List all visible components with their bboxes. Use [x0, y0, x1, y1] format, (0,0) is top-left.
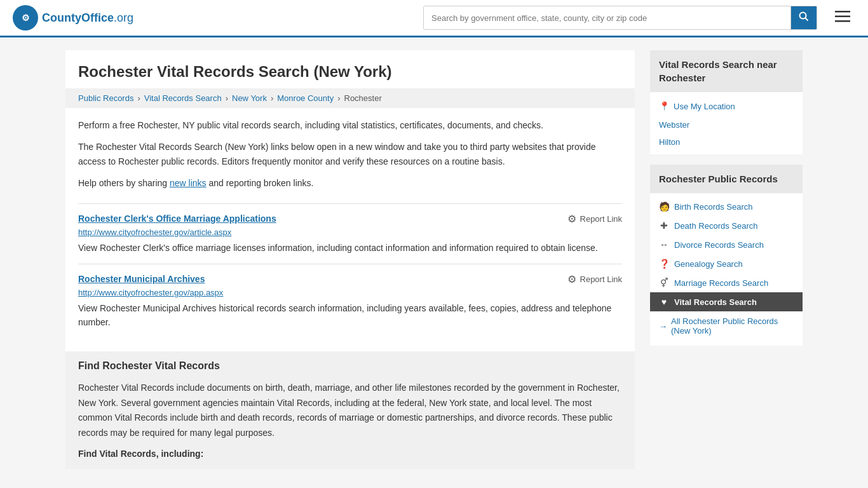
- sidebar-public-records-header: Rochester Public Records: [650, 165, 803, 193]
- record-card-0: Rochester Clerk's Office Marriage Applic…: [78, 203, 622, 264]
- sidebar-nearby-section: Vital Records Search near Rochester 📍 Us…: [650, 50, 803, 154]
- report-link-1[interactable]: ⚙ Report Link: [567, 273, 622, 285]
- sidebar-item-genealogy[interactable]: ❓ Genealogy Search: [650, 254, 803, 273]
- find-section: Find Rochester Vital Records Rochester V…: [65, 351, 635, 469]
- header: ⚙ CountyOffice.org: [0, 0, 868, 37]
- logo-icon: ⚙: [13, 5, 38, 30]
- sidebar-public-records-section: Rochester Public Records 🧑 Birth Records…: [650, 165, 803, 346]
- help-paragraph: Help others by sharing new links and rep…: [78, 176, 622, 190]
- find-section-title: Find Rochester Vital Records: [78, 360, 622, 372]
- new-links-link[interactable]: new links: [170, 178, 207, 188]
- sidebar-nearby-webster[interactable]: Webster: [650, 116, 803, 133]
- svg-rect-5: [835, 16, 850, 18]
- heart-icon: ♥: [659, 297, 669, 307]
- search-bar: [423, 6, 817, 30]
- logo-text: CountyOffice.org: [42, 11, 133, 25]
- sidebar-item-vital-label: Vital Records Search: [674, 297, 757, 307]
- question-icon: ❓: [659, 259, 669, 269]
- marriage-icon: ⚥: [659, 278, 669, 288]
- intro-paragraph-1: Perform a free Rochester, NY public vita…: [78, 118, 622, 132]
- pin-icon: 📍: [659, 101, 670, 111]
- svg-point-2: [800, 13, 806, 19]
- report-link-label-0: Report Link: [580, 214, 622, 224]
- main-container: Rochester Vital Records Search (New York…: [53, 37, 815, 482]
- breadcrumb: Public Records › Vital Records Search › …: [65, 88, 635, 108]
- record-desc-1: View Rochester Municipal Archives histor…: [78, 301, 622, 330]
- find-section-body: Rochester Vital Records include document…: [78, 381, 622, 441]
- report-icon-0: ⚙: [567, 213, 576, 225]
- sidebar-item-vital-records[interactable]: ♥ Vital Records Search: [650, 292, 803, 311]
- arrow-right-icon: →: [659, 322, 667, 331]
- help-text-suffix: and reporting broken links.: [207, 178, 314, 188]
- intro-paragraph-2: The Rochester Vital Records Search (New …: [78, 140, 622, 168]
- logo[interactable]: ⚙ CountyOffice.org: [13, 5, 133, 30]
- sidebar-item-marriage-label: Marriage Records Search: [674, 278, 768, 288]
- cross-icon: ✚: [659, 220, 669, 231]
- sidebar-records-list: 🧑 Birth Records Search ✚ Death Records S…: [650, 193, 803, 346]
- content-body: Perform a free Rochester, NY public vita…: [65, 118, 635, 469]
- search-button[interactable]: [790, 6, 817, 29]
- person-icon: 🧑: [659, 201, 669, 212]
- record-card-1: Rochester Municipal Archives ⚙ Report Li…: [78, 264, 622, 339]
- report-icon-1: ⚙: [567, 273, 576, 285]
- use-location-item[interactable]: 📍 Use My Location: [650, 96, 803, 116]
- search-input[interactable]: [424, 8, 790, 28]
- sidebar-item-marriage[interactable]: ⚥ Marriage Records Search: [650, 273, 803, 292]
- sidebar-item-divorce-label: Divorce Records Search: [674, 240, 764, 250]
- sidebar-nearby-hilton[interactable]: Hilton: [650, 133, 803, 151]
- svg-line-3: [806, 18, 808, 21]
- sidebar-item-birth[interactable]: 🧑 Birth Records Search: [650, 197, 803, 216]
- record-desc-0: View Rochester Clerk's office marriage l…: [78, 241, 622, 255]
- sidebar-item-death[interactable]: ✚ Death Records Search: [650, 216, 803, 235]
- sidebar: Vital Records Search near Rochester 📍 Us…: [650, 50, 803, 469]
- record-title-1[interactable]: Rochester Municipal Archives: [78, 274, 205, 284]
- report-link-0[interactable]: ⚙ Report Link: [567, 213, 622, 225]
- find-section-subtitle: Find Vital Records, including:: [78, 449, 622, 459]
- sidebar-item-death-label: Death Records Search: [674, 221, 758, 231]
- record-title-0[interactable]: Rochester Clerk's Office Marriage Applic…: [78, 214, 276, 224]
- report-link-label-1: Report Link: [580, 274, 622, 284]
- sidebar-item-genealogy-label: Genealogy Search: [674, 259, 743, 269]
- all-records-label: All Rochester Public Records (New York): [671, 316, 794, 336]
- sidebar-item-divorce[interactable]: ↔ Divorce Records Search: [650, 235, 803, 254]
- breadcrumb-vital-records-search[interactable]: Vital Records Search: [144, 93, 222, 103]
- use-location-label: Use My Location: [674, 102, 735, 111]
- breadcrumb-public-records[interactable]: Public Records: [78, 93, 133, 103]
- record-url-0[interactable]: http://www.cityofrochester.gov/article.a…: [78, 227, 622, 237]
- sidebar-item-birth-label: Birth Records Search: [674, 202, 753, 212]
- menu-button[interactable]: [830, 7, 855, 29]
- breadcrumb-new-york[interactable]: New York: [232, 93, 267, 103]
- svg-rect-4: [835, 11, 850, 13]
- sidebar-nearby-header: Vital Records Search near Rochester: [650, 50, 803, 92]
- record-url-1[interactable]: http://www.cityofrochester.gov/app.aspx: [78, 288, 622, 297]
- main-content: Rochester Vital Records Search (New York…: [65, 50, 635, 469]
- arrows-icon: ↔: [659, 240, 669, 250]
- svg-text:⚙: ⚙: [22, 13, 30, 23]
- sidebar-nearby-list: 📍 Use My Location Webster Hilton: [650, 92, 803, 154]
- breadcrumb-monroe-county[interactable]: Monroe County: [277, 93, 334, 103]
- breadcrumb-rochester: Rochester: [344, 93, 382, 103]
- all-records-link[interactable]: → All Rochester Public Records (New York…: [650, 311, 803, 342]
- page-title: Rochester Vital Records Search (New York…: [65, 50, 635, 81]
- svg-rect-6: [835, 20, 850, 22]
- help-text-prefix: Help others by sharing: [78, 178, 170, 188]
